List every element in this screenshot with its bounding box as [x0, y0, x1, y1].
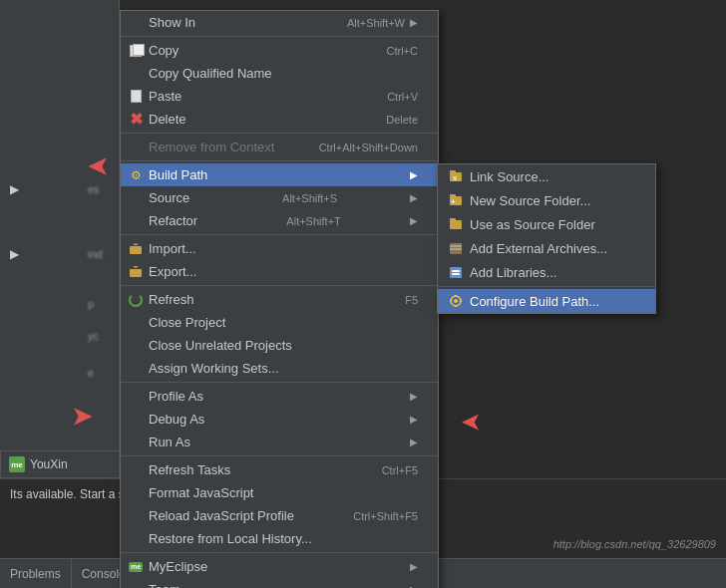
tab-problems-label: Problems: [10, 567, 61, 581]
menu-item-refresh[interactable]: Refresh F5: [121, 288, 438, 311]
tab-problems[interactable]: Problems: [0, 559, 72, 588]
debug-as-label: Debug As: [149, 412, 204, 427]
reload-js-label: Reload JavaScript Profile: [149, 508, 294, 523]
menu-item-myeclipse[interactable]: me MyEclipse ▶: [121, 555, 438, 578]
debug-as-arrow: ▶: [410, 414, 418, 425]
configure-build-path-icon: [448, 293, 464, 309]
assign-working-sets-label: Assign Working Sets...: [149, 361, 279, 376]
build-path-label: Build Path: [149, 167, 207, 182]
submenu-item-new-source-folder[interactable]: + New Source Folder...: [438, 188, 655, 212]
build-path-icon: ⚙: [127, 166, 145, 184]
menu-item-build-path[interactable]: ⚙ Build Path ▶ S Link Source... + New So…: [121, 163, 438, 186]
build-path-arrow: ▶: [410, 169, 418, 180]
menu-item-paste[interactable]: Paste Ctrl+V: [121, 85, 438, 108]
menu-item-format-js[interactable]: Format JavaScript: [121, 481, 438, 504]
myeclipse-label: MyEclipse: [149, 559, 207, 574]
menu-item-close-unrelated[interactable]: Close Unrelated Projects: [121, 334, 438, 357]
svg-rect-20: [130, 246, 142, 254]
copy-shortcut: Ctrl+C: [367, 45, 418, 57]
svg-rect-16: [455, 295, 457, 297]
menu-item-import[interactable]: Import...: [121, 237, 438, 260]
separator-6: [121, 382, 438, 383]
refresh-tasks-label: Refresh Tasks: [149, 462, 230, 477]
sidebar-project-item[interactable]: me YouXin: [0, 450, 120, 478]
link-source-icon: S: [448, 168, 464, 184]
svg-text:+: +: [451, 197, 456, 206]
refactor-shortcut: Alt+Shift+T: [266, 215, 340, 227]
svg-rect-1: [450, 170, 456, 173]
link-source-label: Link Source...: [470, 169, 549, 184]
menu-item-export[interactable]: Export...: [121, 260, 438, 283]
copy-icon: [127, 42, 145, 60]
myeclipse-arrow: ▶: [410, 561, 418, 572]
separator-8: [121, 552, 438, 553]
blurred-label-1: es: [85, 182, 103, 196]
close-unrelated-label: Close Unrelated Projects: [149, 338, 292, 353]
new-source-folder-icon: +: [448, 192, 464, 208]
menu-item-run-as[interactable]: Run As ▶: [121, 431, 438, 453]
svg-rect-12: [452, 270, 460, 272]
submenu-item-use-as-source[interactable]: Use as Source Folder: [438, 212, 655, 236]
menu-item-show-in[interactable]: Show In Alt+Shift+W ▶: [121, 11, 438, 34]
menu-item-delete[interactable]: ✖ Delete Delete: [121, 108, 438, 131]
menu-item-debug-as[interactable]: Debug As ▶: [121, 408, 438, 431]
blurred-label-4: yc: [85, 329, 102, 343]
project-label: YouXin: [30, 457, 68, 471]
menu-item-copy-qualified[interactable]: Copy Qualified Name: [121, 62, 438, 85]
blurred-label-5: e: [85, 366, 97, 380]
watermark-text: http://blog.csdn.net/qq_32629809: [553, 538, 716, 550]
reload-js-shortcut: Ctrl+Shift+F5: [333, 510, 418, 522]
separator-2: [121, 133, 438, 134]
menu-item-refresh-tasks[interactable]: Refresh Tasks Ctrl+F5: [121, 458, 438, 481]
menu-item-source[interactable]: Source Alt+Shift+S ▶: [121, 186, 438, 209]
menu-item-close-project[interactable]: Close Project: [121, 311, 438, 334]
menu-item-profile-as[interactable]: Profile As ▶: [121, 385, 438, 408]
remove-context-shortcut: Ctrl+Alt+Shift+Down: [299, 142, 418, 153]
export-label: Export...: [149, 264, 196, 279]
menu-item-reload-js[interactable]: Reload JavaScript Profile Ctrl+Shift+F5: [121, 504, 438, 527]
paste-shortcut: Ctrl+V: [367, 91, 418, 103]
svg-rect-18: [450, 300, 452, 302]
menu-item-copy[interactable]: Copy Ctrl+C: [121, 39, 438, 62]
left-sidebar: [0, 0, 120, 478]
show-in-arrow: ▶: [410, 17, 418, 28]
source-shortcut: Alt+Shift+S: [262, 192, 337, 204]
red-arrow-top: ➤: [88, 152, 108, 180]
menu-item-assign-working-sets[interactable]: Assign Working Sets...: [121, 357, 438, 380]
menu-item-restore-local[interactable]: Restore from Local History...: [121, 527, 438, 550]
profile-as-label: Profile As: [149, 389, 203, 404]
submenu-separator: [438, 286, 655, 287]
svg-rect-21: [130, 269, 142, 277]
new-source-folder-label: New Source Folder...: [470, 193, 590, 208]
refactor-arrow: ▶: [410, 215, 418, 226]
svg-rect-13: [452, 273, 460, 275]
add-libraries-icon: [448, 264, 464, 280]
show-in-shortcut: Alt+Shift+W: [327, 17, 405, 29]
svg-point-15: [454, 299, 458, 303]
menu-item-team[interactable]: Team ▶: [121, 578, 438, 588]
submenu-item-configure-build-path[interactable]: Configure Build Path...: [438, 289, 655, 313]
refresh-tasks-shortcut: Ctrl+F5: [362, 464, 418, 476]
red-arrow-right: ➤: [462, 410, 480, 436]
svg-rect-11: [450, 267, 462, 278]
add-archives-icon: [448, 240, 464, 256]
export-icon: [127, 263, 145, 281]
refresh-label: Refresh: [149, 292, 194, 307]
profile-as-arrow: ▶: [410, 391, 418, 402]
copy-label: Copy: [149, 43, 179, 58]
red-arrow-bottom: ➤: [72, 403, 92, 431]
svg-text:S: S: [453, 175, 457, 181]
separator-7: [121, 455, 438, 456]
submenu-item-link-source[interactable]: S Link Source...: [438, 164, 655, 188]
svg-rect-6: [450, 220, 462, 229]
menu-item-refactor[interactable]: Refactor Alt+Shift+T ▶: [121, 209, 438, 232]
import-icon: [127, 240, 145, 258]
menu-item-remove-context[interactable]: Remove from Context Ctrl+Alt+Shift+Down: [121, 136, 438, 158]
team-arrow: ▶: [410, 584, 418, 588]
submenu-item-add-archives[interactable]: Add External Archives...: [438, 236, 655, 260]
use-as-source-icon: [448, 216, 464, 232]
submenu-item-add-libraries[interactable]: Add Libraries...: [438, 260, 655, 284]
project-icon: me: [9, 456, 25, 472]
refresh-icon: [127, 291, 145, 309]
delete-label: Delete: [149, 112, 186, 127]
